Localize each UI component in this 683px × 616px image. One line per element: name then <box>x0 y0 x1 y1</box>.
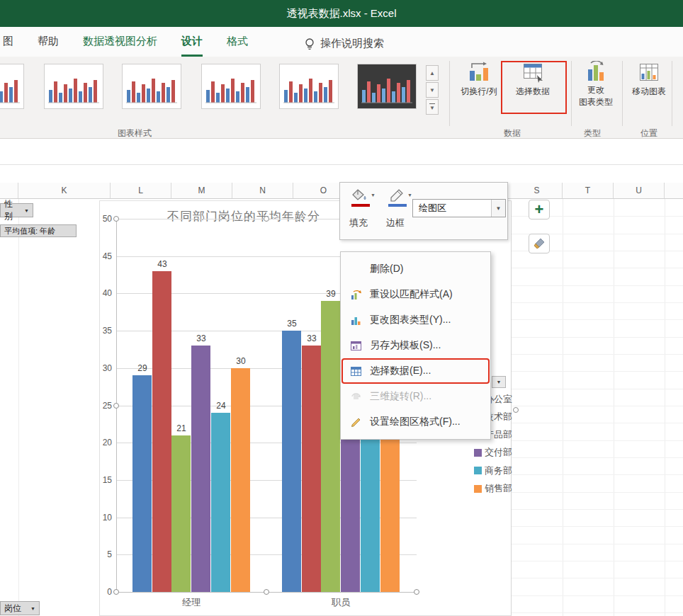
gallery-scroll-down-button[interactable]: ▼ <box>426 82 439 98</box>
move-chart-label: 移动图表 <box>632 86 666 98</box>
gridline <box>512 389 683 389</box>
column-header-S[interactable]: S <box>512 183 563 198</box>
plot-area-handle[interactable] <box>264 216 269 222</box>
legend-item-交付部[interactable]: 交付部 <box>474 444 512 462</box>
fill-label: 填充 <box>340 217 377 229</box>
plot-area-handle[interactable] <box>113 216 119 222</box>
legend-label: 销售部 <box>485 482 512 495</box>
chart-style-thumbnail-1[interactable] <box>0 64 24 109</box>
save-template-icon <box>348 340 363 352</box>
chart-styles-brush-button[interactable] <box>529 234 550 253</box>
bar-办公室-经理[interactable] <box>132 375 152 592</box>
chart-element-dropdown[interactable]: 绘图区 ▼ <box>412 199 506 217</box>
chevron-down-icon[interactable]: ▼ <box>491 200 505 217</box>
gridline <box>512 371 683 372</box>
plot-area-handle[interactable] <box>264 589 269 595</box>
select-data-icon <box>348 365 363 377</box>
chart-style-thumbnail-5[interactable] <box>279 64 339 109</box>
switch-row-column-button[interactable]: 切换行/列 <box>456 61 502 98</box>
change-chart-type-button[interactable]: 更改 图表类型 <box>574 61 618 108</box>
bar-办公室-职员[interactable] <box>282 331 301 592</box>
chart-title[interactable]: 不同部门岗位的平均年龄分 <box>167 208 320 224</box>
plot-area-handle[interactable] <box>113 589 119 595</box>
bar-销售部-经理[interactable] <box>231 368 250 592</box>
gridline <box>512 544 683 544</box>
menu-item-更改图表类型[interactable]: 更改图表类型(Y)... <box>341 307 490 333</box>
legend-swatch <box>474 485 482 493</box>
excel-window: 透视表数据.xlsx - Excel 图帮助数据透视图分析设计格式 操作说明搜索… <box>0 0 683 616</box>
tab-帮助[interactable]: 帮助 <box>38 28 59 57</box>
menu-item-另存为模板[interactable]: 另存为模板(S)... <box>341 333 490 358</box>
select-data-button[interactable]: 选择数据 <box>504 61 561 98</box>
change-chart-type-icon <box>348 314 363 326</box>
y-axis-label: 50 <box>91 214 112 224</box>
y-axis-label: 25 <box>91 401 112 411</box>
group-label-chart-styles: 图表样式 <box>99 127 170 139</box>
chart-style-thumbnail-6[interactable] <box>357 64 417 109</box>
tab-数据透视图分析[interactable]: 数据透视图分析 <box>83 28 157 57</box>
lightbulb-icon <box>305 38 315 50</box>
column-header-N[interactable]: N <box>232 183 293 198</box>
menu-item-删除[interactable]: 删除(D) <box>341 256 490 282</box>
gridline <box>665 199 665 616</box>
column-header-T[interactable]: T <box>563 183 614 198</box>
legend-label: 交付部 <box>485 446 512 459</box>
chevron-down-icon: ▼ <box>371 193 376 198</box>
bar-商务部-经理[interactable] <box>211 413 230 592</box>
bar-产品部-职员[interactable] <box>321 301 340 592</box>
move-chart-button[interactable]: 移动图表 <box>626 61 672 98</box>
column-header-U[interactable]: U <box>614 183 665 198</box>
tell-me-search[interactable]: 操作说明搜索 <box>305 37 384 57</box>
fill-color-button[interactable]: ▼ <box>351 188 376 203</box>
chart-style-thumbnail-2[interactable] <box>44 64 103 109</box>
bar-产品部-经理[interactable] <box>171 435 191 592</box>
gridline <box>512 268 683 268</box>
chart-style-thumbnail-4[interactable] <box>201 64 261 109</box>
plot-area-handle[interactable] <box>113 403 119 409</box>
ribbon: ▲ ▼ ▼ 图表样式 切换行/列 <box>0 57 683 139</box>
y-axis-label: 40 <box>91 288 112 298</box>
formula-bar-divider <box>0 164 683 165</box>
menu-item-重设以匹配样式[interactable]: 重设以匹配样式(A) <box>341 282 490 307</box>
pivot-field-button-gender[interactable]: 性别 ▼ <box>0 203 33 217</box>
pivot-field-button-value[interactable]: 平均值项: 年龄 <box>0 224 77 237</box>
menu-item-选择数据[interactable]: 选择数据(E)... <box>341 358 490 384</box>
menu-item-label: 删除(D) <box>370 263 403 275</box>
legend-item-销售部[interactable]: 销售部 <box>474 480 512 498</box>
y-axis-label: 35 <box>91 326 112 336</box>
switch-row-column-label: 切换行/列 <box>461 86 497 98</box>
menu-item-设置绘图区格式[interactable]: 设置绘图区格式(F)... <box>341 409 490 435</box>
chart-elements-plus-button[interactable]: + <box>529 200 550 219</box>
gallery-scroll-up-button[interactable]: ▲ <box>426 65 439 81</box>
gridline <box>512 354 683 355</box>
gridline <box>512 337 683 338</box>
data-label: 43 <box>148 259 176 269</box>
gallery-more-button[interactable]: ▼ <box>426 99 439 115</box>
tab-图[interactable]: 图 <box>3 28 13 57</box>
menu-item-label: 另存为模板(S)... <box>370 339 441 352</box>
border-color-button[interactable]: ▼ <box>388 188 412 203</box>
y-axis-label: 20 <box>91 438 112 447</box>
chart-area-handle[interactable] <box>513 407 519 413</box>
tab-格式[interactable]: 格式 <box>227 28 248 57</box>
plot-area-handle[interactable] <box>414 589 419 595</box>
legend-item-商务部[interactable]: 商务部 <box>474 462 512 479</box>
ribbon-tab-row: 图帮助数据透视图分析设计格式 操作说明搜索 <box>0 27 683 57</box>
column-header-K[interactable]: K <box>18 183 111 198</box>
chart-style-thumbnail-3[interactable] <box>122 64 181 109</box>
column-header-L[interactable]: L <box>111 183 171 198</box>
column-header-partial[interactable] <box>0 183 18 198</box>
data-label: 30 <box>227 356 255 366</box>
move-chart-icon <box>637 61 661 84</box>
menu-item-label: 三维旋转(R)... <box>370 390 431 403</box>
group-separator <box>571 61 572 126</box>
tab-设计[interactable]: 设计 <box>181 28 203 57</box>
pivot-field-button-position[interactable]: 岗位 ▼ <box>0 601 40 615</box>
change-chart-type-icon <box>585 61 606 82</box>
column-header-M[interactable]: M <box>171 183 232 198</box>
menu-item-label: 设置绘图区格式(F)... <box>370 416 461 428</box>
bar-技术部-职员[interactable] <box>302 346 321 592</box>
bar-交付部-经理[interactable] <box>191 346 210 592</box>
legend-field-button[interactable]: ▼ <box>492 376 506 388</box>
y-axis-label: 0 <box>91 587 112 597</box>
